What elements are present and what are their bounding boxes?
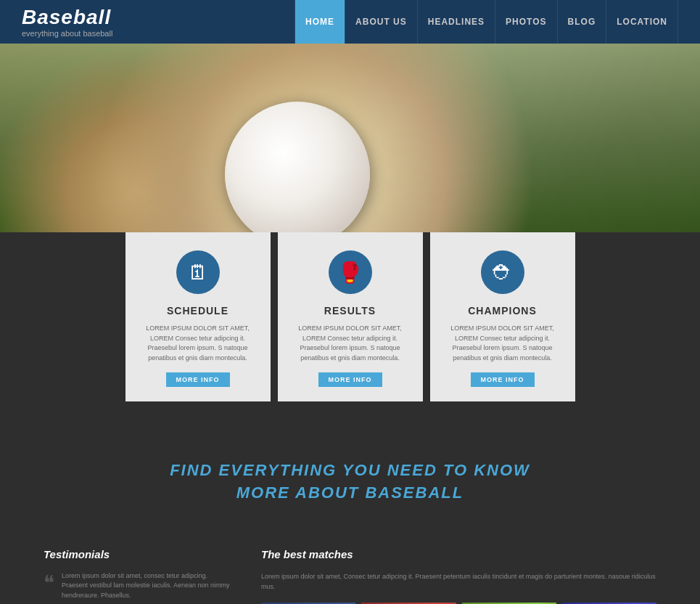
content-section: Testimonials ❝ Lorem ipsum dolor sit ame… <box>0 534 700 604</box>
testimonial-text-0: Lorem ipsum dolor sit amet, consec tetur… <box>62 571 232 601</box>
card-icon-results: 🥊 <box>329 250 372 294</box>
card-results: 🥊 RESULTS LOREM IPSUM DOLOR SIT AMET, LO… <box>278 232 423 401</box>
logo-title: Baseball <box>22 6 112 29</box>
card-title-results: RESULTS <box>292 305 408 317</box>
nav-item-location[interactable]: LOCATION <box>606 0 678 44</box>
nav-item-photos[interactable]: PHOTOS <box>495 0 557 44</box>
nav-item-blog[interactable]: BLOG <box>558 0 607 44</box>
quote-icon: ❝ <box>44 573 54 593</box>
card-champions: ⛑ CHAMPIONS LOREM IPSUM DOLOR SIT AMET, … <box>430 232 575 401</box>
card-icon-champions: ⛑ <box>481 250 524 294</box>
testimonials-title: Testimonials <box>44 548 232 560</box>
main-nav: HOMEABOUT USHEADLINESPHOTOSBLOGLOCATION <box>295 0 678 44</box>
header: Baseball everything about baseball HOMEA… <box>0 0 700 44</box>
card-text-results: LOREM IPSUM DOLOR SIT AMET, LOREM Consec… <box>292 324 408 363</box>
cards-section: 🗓 SCHEDULE LOREM IPSUM DOLOR SIT AMET, L… <box>0 232 700 430</box>
best-matches-title: The best matches <box>261 548 656 560</box>
logo-area: Baseball everything about baseball <box>22 6 112 38</box>
nav-item-headlines[interactable]: HEADLINES <box>418 0 495 44</box>
card-btn-results[interactable]: MORE INFO <box>318 372 382 387</box>
best-matches-intro: Lorem ipsum dolor sit amet, Consec tetur… <box>261 571 656 592</box>
card-btn-champions[interactable]: MORE INFO <box>471 372 535 387</box>
card-title-champions: CHAMPIONS <box>445 305 561 317</box>
nav-item-home[interactable]: HOME <box>295 0 345 44</box>
nav-item-about-us[interactable]: ABOUT US <box>345 0 418 44</box>
card-text-schedule: LOREM IPSUM DOLOR SIT AMET, LOREM Consec… <box>140 324 256 363</box>
best-matches-section: The best matches Lorem ipsum dolor sit a… <box>261 548 656 604</box>
cards-wrapper: 🗓 SCHEDULE LOREM IPSUM DOLOR SIT AMET, L… <box>58 232 642 401</box>
card-title-schedule: SCHEDULE <box>140 305 256 317</box>
card-btn-schedule[interactable]: MORE INFO <box>166 372 230 387</box>
card-text-champions: LOREM IPSUM DOLOR SIT AMET, LOREM Consec… <box>445 324 561 363</box>
testimonial-item-0: ❝ Lorem ipsum dolor sit amet, consec tet… <box>44 571 232 604</box>
testimonials-section: Testimonials ❝ Lorem ipsum dolor sit ame… <box>44 548 232 604</box>
logo-tagline: everything about baseball <box>22 29 112 38</box>
tagline-section: FIND EVERYTHING YOU NEED TO KNOWMORE ABO… <box>0 430 700 534</box>
tagline-text: FIND EVERYTHING YOU NEED TO KNOWMORE ABO… <box>15 460 685 505</box>
testimonials-list: ❝ Lorem ipsum dolor sit amet, consec tet… <box>44 571 232 604</box>
card-icon-schedule: 🗓 <box>176 250 220 294</box>
card-schedule: 🗓 SCHEDULE LOREM IPSUM DOLOR SIT AMET, L… <box>125 232 271 401</box>
